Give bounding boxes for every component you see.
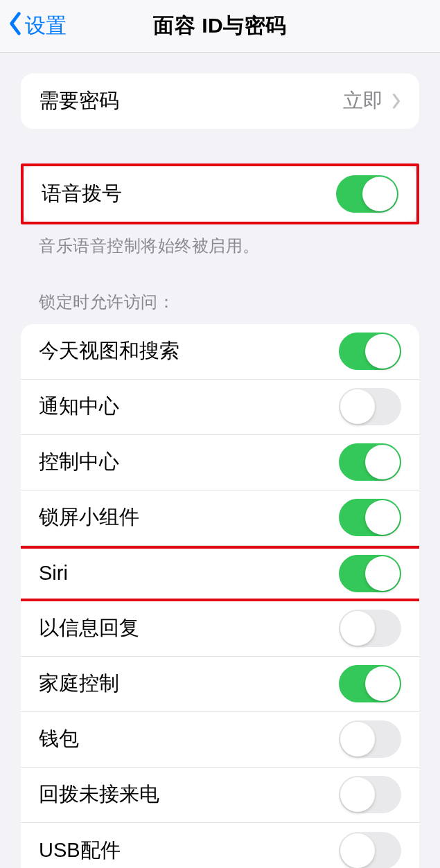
row-lockaccess-0: 今天视图和搜索 (21, 324, 419, 380)
toggle-lockaccess-2[interactable] (339, 443, 401, 481)
toggle-lockaccess-4[interactable] (339, 555, 401, 592)
back-label: 设置 (25, 12, 67, 40)
row-label: 语音拨号 (42, 180, 336, 208)
toggle-lockaccess-7[interactable] (339, 720, 401, 758)
row-label: 钱包 (39, 725, 339, 753)
row-require-passcode[interactable]: 需要密码 立即 (21, 73, 419, 129)
toggle-lockaccess-3[interactable] (339, 499, 401, 536)
toggle-lockaccess-6[interactable] (339, 665, 401, 702)
back-button[interactable]: 设置 (7, 11, 67, 41)
row-label: 控制中心 (39, 448, 339, 476)
nav-bar: 设置 面容 ID与密码 (0, 0, 440, 53)
chevron-left-icon (7, 11, 24, 41)
toggle-lockaccess-1[interactable] (339, 388, 401, 425)
row-label: Siri (39, 562, 339, 585)
row-label: 以信息回复 (39, 614, 339, 642)
row-label: 家庭控制 (39, 670, 339, 698)
row-lockaccess-3: 锁屏小组件 (21, 490, 419, 546)
group-passcode: 需要密码 立即 (21, 73, 419, 129)
row-lockaccess-4: Siri (21, 546, 419, 601)
header-lockaccess: 锁定时允许访问： (21, 258, 419, 313)
row-label: 今天视图和搜索 (39, 337, 339, 365)
toggle-voicedial[interactable] (336, 175, 398, 213)
row-lockaccess-6: 家庭控制 (21, 657, 419, 712)
toggle-lockaccess-5[interactable] (339, 610, 401, 647)
row-voicedial: 语音拨号 (24, 166, 416, 222)
toggle-lockaccess-9[interactable] (339, 832, 401, 868)
toggle-lockaccess-0[interactable] (339, 333, 401, 370)
row-lockaccess-7: 钱包 (21, 712, 419, 768)
page-title: 面容 ID与密码 (153, 12, 286, 40)
row-lockaccess-1: 通知中心 (21, 380, 419, 435)
row-label: 需要密码 (39, 87, 343, 115)
row-value: 立即 (343, 87, 383, 115)
group-lockaccess: 今天视图和搜索通知中心控制中心锁屏小组件Siri以信息回复家庭控制钱包回拨未接来… (21, 324, 419, 868)
row-lockaccess-8: 回拨未接来电 (21, 768, 419, 823)
chevron-right-icon (391, 93, 401, 109)
row-label: 通知中心 (39, 393, 339, 420)
footer-voicedial: 音乐语音控制将始终被启用。 (21, 224, 419, 258)
row-label: 锁屏小组件 (39, 504, 339, 531)
toggle-lockaccess-8[interactable] (339, 776, 401, 813)
row-lockaccess-2: 控制中心 (21, 435, 419, 490)
row-label: 回拨未接来电 (39, 781, 339, 808)
row-lockaccess-5: 以信息回复 (21, 601, 419, 657)
group-voicedial: 语音拨号 (24, 166, 416, 222)
row-label: USB配件 (39, 837, 339, 865)
highlight-voicedial: 语音拨号 (21, 163, 419, 224)
row-lockaccess-9: USB配件 (21, 823, 419, 868)
